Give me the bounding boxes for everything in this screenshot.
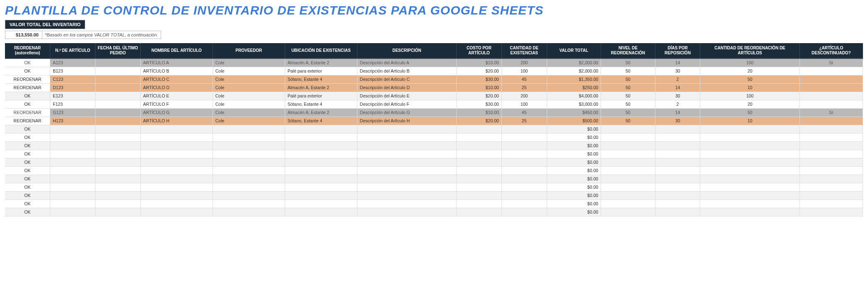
cell-vendor[interactable]: Cole bbox=[213, 83, 285, 92]
cell-desc[interactable] bbox=[357, 133, 456, 141]
cell-desc[interactable]: Descripción del Artículo G bbox=[357, 108, 456, 117]
cell-qty[interactable]: 25 bbox=[501, 83, 547, 92]
cell-cost[interactable]: $20.00 bbox=[457, 117, 502, 125]
cell-rqty[interactable] bbox=[700, 166, 800, 175]
cell-qty[interactable] bbox=[501, 183, 547, 191]
cell-total[interactable]: $450.00 bbox=[547, 108, 601, 117]
table-row[interactable]: OK$0.00 bbox=[5, 141, 863, 150]
cell-reorder[interactable]: OK bbox=[5, 208, 50, 216]
cell-rqty[interactable] bbox=[700, 183, 800, 191]
cell-vendor[interactable] bbox=[213, 175, 285, 183]
cell-cost[interactable] bbox=[457, 133, 502, 141]
cell-last-order[interactable] bbox=[95, 108, 141, 117]
cell-total[interactable]: $500.00 bbox=[547, 117, 601, 125]
cell-reorder[interactable]: OK bbox=[5, 175, 50, 183]
cell-item-no[interactable]: H123 bbox=[50, 117, 95, 125]
table-row[interactable]: OK$0.00 bbox=[5, 166, 863, 175]
cell-name[interactable] bbox=[140, 175, 213, 183]
cell-name[interactable]: ARTÍCULO D bbox=[140, 83, 213, 92]
cell-reorder[interactable]: OK bbox=[5, 67, 50, 75]
cell-rqty[interactable]: 100 bbox=[700, 58, 800, 67]
cell-reorder[interactable]: OK bbox=[5, 125, 50, 133]
cell-vendor[interactable]: Cole bbox=[213, 75, 285, 83]
cell-reorder[interactable]: OK bbox=[5, 150, 50, 158]
cell-name[interactable] bbox=[140, 199, 213, 208]
cell-disc[interactable] bbox=[800, 83, 863, 92]
cell-rqty[interactable]: 20 bbox=[700, 100, 800, 108]
cell-reorder[interactable]: OK bbox=[5, 191, 50, 199]
cell-qty[interactable] bbox=[501, 150, 547, 158]
cell-total[interactable]: $1,350.00 bbox=[547, 75, 601, 83]
cell-disc[interactable] bbox=[800, 67, 863, 75]
cell-days[interactable] bbox=[655, 183, 700, 191]
cell-reorder[interactable]: REORDENAR bbox=[5, 83, 50, 92]
cell-last-order[interactable] bbox=[95, 191, 141, 199]
cell-qty[interactable] bbox=[501, 191, 547, 199]
cell-rlevel[interactable] bbox=[601, 191, 655, 199]
cell-days[interactable]: 14 bbox=[655, 108, 700, 117]
cell-last-order[interactable] bbox=[95, 183, 141, 191]
cell-cost[interactable]: $10.00 bbox=[457, 108, 502, 117]
cell-disc[interactable] bbox=[800, 208, 863, 216]
cell-days[interactable] bbox=[655, 141, 700, 150]
cell-total[interactable]: $0.00 bbox=[547, 141, 601, 150]
cell-item-no[interactable]: E123 bbox=[50, 92, 95, 100]
cell-last-order[interactable] bbox=[95, 67, 141, 75]
cell-vendor[interactable]: Cole bbox=[213, 100, 285, 108]
table-row[interactable]: OK$0.00 bbox=[5, 150, 863, 158]
cell-last-order[interactable] bbox=[95, 141, 141, 150]
cell-rlevel[interactable] bbox=[601, 199, 655, 208]
cell-desc[interactable]: Descripción del Artículo E bbox=[357, 92, 456, 100]
cell-rlevel[interactable] bbox=[601, 158, 655, 166]
cell-cost[interactable] bbox=[457, 141, 502, 150]
cell-rqty[interactable]: 10 bbox=[700, 83, 800, 92]
table-row[interactable]: OK$0.00 bbox=[5, 125, 863, 133]
cell-qty[interactable] bbox=[501, 199, 547, 208]
cell-vendor[interactable] bbox=[213, 141, 285, 150]
col-header-reorder[interactable]: REORDENAR (autorelleno) bbox=[5, 43, 50, 58]
col-header-qty[interactable]: CANTIDAD DE EXISTENCIAS bbox=[501, 43, 547, 58]
cell-last-order[interactable] bbox=[95, 199, 141, 208]
cell-vendor[interactable] bbox=[213, 158, 285, 166]
cell-last-order[interactable] bbox=[95, 166, 141, 175]
cell-rqty[interactable] bbox=[700, 208, 800, 216]
cell-location[interactable]: Almacén A, Estante 2 bbox=[285, 108, 357, 117]
cell-days[interactable]: 30 bbox=[655, 67, 700, 75]
cell-last-order[interactable] bbox=[95, 158, 141, 166]
table-row[interactable]: OK$0.00 bbox=[5, 208, 863, 216]
cell-qty[interactable]: 25 bbox=[501, 117, 547, 125]
cell-cost[interactable] bbox=[457, 150, 502, 158]
table-row[interactable]: OKA123ARTÍCULO AColeAlmacén A, Estante 2… bbox=[5, 58, 863, 67]
cell-disc[interactable] bbox=[800, 183, 863, 191]
cell-qty[interactable] bbox=[501, 133, 547, 141]
cell-desc[interactable] bbox=[357, 199, 456, 208]
cell-name[interactable] bbox=[140, 166, 213, 175]
col-header-rqty[interactable]: CANTIDAD DE REORDENACIÓN DE ARTÍCULOS bbox=[700, 43, 800, 58]
cell-name[interactable]: ARTÍCULO B bbox=[140, 67, 213, 75]
cell-total[interactable]: $4,000.00 bbox=[547, 92, 601, 100]
cell-days[interactable] bbox=[655, 191, 700, 199]
cell-disc[interactable] bbox=[800, 125, 863, 133]
cell-disc[interactable] bbox=[800, 175, 863, 183]
cell-location[interactable]: Sótano, Estante 4 bbox=[285, 75, 357, 83]
cell-reorder[interactable]: REORDENAR bbox=[5, 108, 50, 117]
table-row[interactable]: OK$0.00 bbox=[5, 133, 863, 141]
cell-desc[interactable] bbox=[357, 191, 456, 199]
cell-qty[interactable] bbox=[501, 166, 547, 175]
cell-rlevel[interactable] bbox=[601, 133, 655, 141]
cell-total[interactable]: $2,000.00 bbox=[547, 67, 601, 75]
cell-days[interactable]: 30 bbox=[655, 117, 700, 125]
cell-rlevel[interactable]: 50 bbox=[601, 58, 655, 67]
cell-qty[interactable]: 45 bbox=[501, 108, 547, 117]
col-header-rlevel[interactable]: NIVEL DE REORDENACIÓN bbox=[601, 43, 655, 58]
cell-last-order[interactable] bbox=[95, 133, 141, 141]
cell-total[interactable]: $250.00 bbox=[547, 83, 601, 92]
cell-name[interactable] bbox=[140, 158, 213, 166]
cell-rlevel[interactable]: 50 bbox=[601, 75, 655, 83]
cell-disc[interactable] bbox=[800, 75, 863, 83]
cell-disc[interactable] bbox=[800, 158, 863, 166]
cell-rlevel[interactable]: 50 bbox=[601, 100, 655, 108]
cell-rlevel[interactable] bbox=[601, 125, 655, 133]
cell-vendor[interactable] bbox=[213, 150, 285, 158]
cell-vendor[interactable]: Cole bbox=[213, 58, 285, 67]
